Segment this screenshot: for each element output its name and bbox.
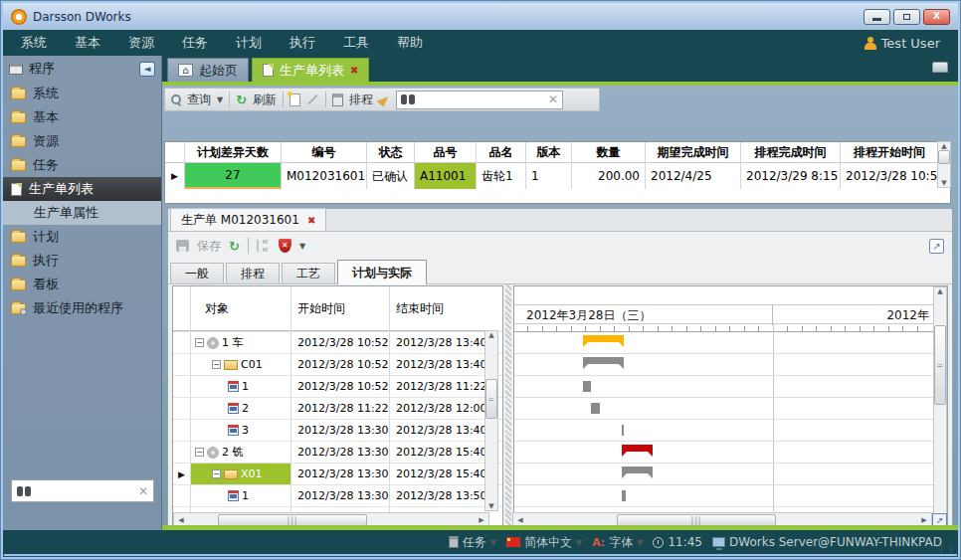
gantt-bar-summary[interactable]: [622, 467, 653, 473]
gantt-bar-summary[interactable]: [622, 445, 653, 452]
menu-execute[interactable]: 执行: [289, 34, 315, 52]
new-document-icon[interactable]: [289, 93, 300, 106]
clear-search-icon[interactable]: ✕: [548, 93, 558, 106]
sidebar-item-plan[interactable]: 计划: [3, 225, 161, 249]
gantt-bar-task[interactable]: [622, 490, 626, 501]
gantt-row: [514, 464, 933, 485]
collapse-icon[interactable]: −: [195, 338, 204, 347]
menu-system[interactable]: 系统: [21, 34, 47, 52]
subtab-general[interactable]: 一般: [170, 263, 224, 283]
menu-task[interactable]: 任务: [182, 34, 208, 52]
schedule-icon: [332, 93, 343, 106]
resize-grip[interactable]: ⋮⋮: [937, 544, 957, 554]
tree-column-object[interactable]: 对象: [191, 286, 291, 331]
tree-row[interactable]: −C012012/3/28 10:522012/3/28 13:40: [173, 354, 502, 376]
shield-dropdown-icon[interactable]: ▼: [299, 242, 305, 251]
column-header[interactable]: 版本: [526, 142, 572, 163]
collapse-icon[interactable]: −: [195, 448, 204, 457]
sidebar-item-production-order-list[interactable]: 生产单列表: [3, 177, 161, 201]
query-dropdown-icon[interactable]: ▼: [217, 95, 223, 104]
grid-vertical-scrollbar[interactable]: ▲ ▼: [937, 141, 951, 188]
sidebar-item-production-order-props[interactable]: 生产单属性: [3, 201, 161, 225]
column-header[interactable]: 数量: [572, 142, 646, 163]
tree-row[interactable]: 22012/3/28 11:222012/3/28 12:00: [173, 398, 502, 420]
tree-vertical-scrollbar[interactable]: ▲ = ▼: [484, 330, 498, 511]
sidebar-search-input[interactable]: [36, 483, 133, 498]
tab-production-order-list[interactable]: 生产单列表 ✖: [252, 58, 369, 82]
sidebar-item-recent-programs[interactable]: 最近使用的程序: [3, 296, 161, 320]
column-header[interactable]: 品号: [415, 142, 477, 163]
column-header[interactable]: 排程完成时间: [741, 142, 841, 163]
operation-icon: [228, 425, 239, 436]
column-header[interactable]: 计划差异天数: [185, 142, 282, 163]
tab-home[interactable]: ⌂ 起始页: [167, 58, 249, 82]
close-button[interactable]: X: [923, 9, 950, 25]
broom-icon[interactable]: [377, 93, 391, 106]
splitter-handle[interactable]: [505, 284, 511, 527]
window-list-icon[interactable]: [932, 62, 948, 73]
sidebar-item-board[interactable]: 看板: [3, 273, 161, 296]
subtab-plan-vs-actual[interactable]: 计划与实际: [337, 260, 427, 284]
collapse-icon[interactable]: −: [212, 469, 221, 478]
subtab-schedule[interactable]: 排程: [226, 263, 280, 283]
tree-row[interactable]: ▶−X012012/3/28 13:302012/3/28 15:40: [173, 464, 502, 485]
document-tab-strip: ⌂ 起始页 生产单列表 ✖: [162, 56, 958, 82]
column-header[interactable]: 状态: [367, 142, 415, 163]
toolbar-search-box[interactable]: ✕: [396, 91, 563, 109]
sidebar-search-box[interactable]: ✕: [11, 479, 154, 502]
restore-button[interactable]: [893, 9, 920, 25]
menu-basic[interactable]: 基本: [75, 34, 100, 52]
refresh-icon[interactable]: ↻: [229, 240, 240, 253]
schedule-button[interactable]: 排程: [349, 92, 373, 108]
tree-row[interactable]: 12012/3/28 13:302012/3/28 13:50: [173, 485, 502, 507]
status-font-menu[interactable]: A: 字体 ▼: [592, 534, 643, 551]
subtab-process[interactable]: 工艺: [282, 263, 335, 283]
sidebar-item-execute[interactable]: 执行: [3, 249, 161, 273]
user-indicator[interactable]: Test User: [865, 36, 940, 51]
gantt-vertical-scrollbar[interactable]: ▲ = ▼: [933, 286, 947, 526]
shield-cancel-icon[interactable]: ✕: [279, 239, 291, 253]
menu-plan[interactable]: 计划: [236, 34, 262, 52]
tree-column-end[interactable]: 结束时间: [390, 286, 485, 331]
production-order-grid: 计划差异天数 编号 状态 品号 品名 版本 数量 期望完成时间 排程完成时间 排…: [164, 141, 951, 204]
column-header[interactable]: 品名: [477, 142, 526, 163]
tree-object-label: 1: [242, 489, 249, 502]
tree-column-start[interactable]: 开始时间: [291, 286, 390, 331]
refresh-button[interactable]: 刷新: [253, 92, 277, 108]
menu-help[interactable]: 帮助: [397, 34, 423, 52]
detail-tab-production-order[interactable]: 生产单 M012031601 ✖: [170, 208, 326, 231]
collapse-icon[interactable]: −: [212, 360, 221, 369]
status-task-menu[interactable]: 任务 ▼: [449, 534, 496, 551]
status-language-menu[interactable]: 简体中文 ▼: [506, 534, 582, 551]
sidebar-item-basic[interactable]: 基本: [3, 105, 161, 129]
popout-icon[interactable]: ↗: [929, 239, 944, 254]
query-button[interactable]: 查询: [187, 92, 211, 108]
gantt-bar-task[interactable]: [583, 381, 591, 392]
tree-end-time: 2012/3/28 13:40: [390, 332, 485, 353]
edit-icon[interactable]: [307, 94, 318, 105]
tree-row[interactable]: −1 车2012/3/28 10:522012/3/28 13:40: [173, 332, 502, 354]
collapse-sidebar-button[interactable]: ◄: [139, 62, 155, 77]
tree-row[interactable]: −2 铣2012/3/28 13:302012/3/28 15:40: [173, 442, 502, 464]
grid-data-row[interactable]: ▶ 27 M012031601 已确认 A11001 齿轮1 1 200.00 …: [165, 163, 950, 189]
tree-row[interactable]: 12012/3/28 10:522012/3/28 11:22: [173, 376, 502, 398]
column-header[interactable]: 排程开始时间: [841, 142, 938, 163]
gantt-bar-task[interactable]: [591, 403, 600, 414]
column-header[interactable]: 编号: [282, 142, 367, 163]
gantt-bar-summary[interactable]: [583, 335, 624, 342]
sidebar-item-resource[interactable]: 资源: [3, 129, 161, 153]
menu-resource[interactable]: 资源: [128, 34, 154, 52]
menu-tools[interactable]: 工具: [343, 34, 369, 52]
column-header[interactable]: 期望完成时间: [646, 142, 741, 163]
close-tab-icon[interactable]: ✖: [350, 65, 358, 76]
save-button[interactable]: 保存: [197, 238, 221, 255]
sidebar-item-task[interactable]: 任务: [3, 153, 161, 177]
close-detail-tab-icon[interactable]: ✖: [307, 215, 315, 226]
sidebar-item-system[interactable]: 系统: [3, 82, 161, 105]
toolbar-search-input[interactable]: [419, 93, 544, 107]
minimize-button[interactable]: [864, 9, 890, 25]
tree-row[interactable]: 32012/3/28 13:302012/3/28 13:40: [173, 420, 502, 442]
gantt-bar-task[interactable]: [622, 425, 624, 436]
clear-search-icon[interactable]: ✕: [138, 484, 148, 498]
gantt-bar-summary[interactable]: [583, 357, 624, 364]
